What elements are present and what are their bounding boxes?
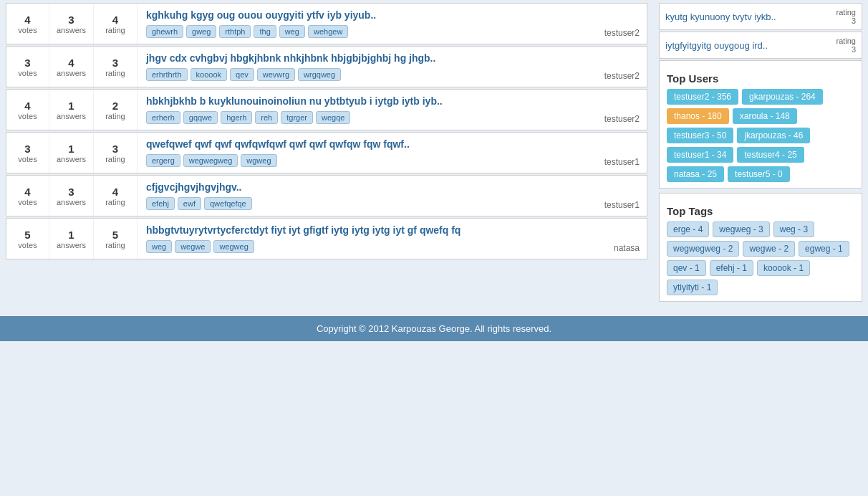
sidebar-question-title[interactable]: kyutg kyunuony tvytv iykb.. <box>665 11 830 22</box>
votes-cell: 4votes <box>6 90 49 130</box>
question-content: hbbgtvtuyrytvrtycferctdyt fiyt iyt gfigt… <box>138 219 607 259</box>
question-title[interactable]: hbkhjbkhb b kuyklunouinoinoliun nu ybtbt… <box>146 95 589 107</box>
rating-label: rating <box>105 198 125 206</box>
user-badges: testuser2 - 356gkarpouzas - 264thanos - … <box>667 89 854 182</box>
tag-badge[interactable]: kooook - 1 <box>757 260 810 276</box>
tag[interactable]: erhrthrth <box>146 68 188 81</box>
sidebar-question: kyutg kyunuony tvytv iykb..rating 3 <box>659 3 862 30</box>
answers-label: answers <box>57 69 86 77</box>
tag-badge[interactable]: wegwegweg - 2 <box>667 241 739 257</box>
user-badge[interactable]: testuser3 - 50 <box>667 128 733 143</box>
answers-cell: 1answers <box>49 133 94 173</box>
user-badge[interactable]: testuser1 - 34 <box>667 147 733 163</box>
answers-cell: 1answers <box>49 90 94 130</box>
question-row: 3votes4answers3ratingjhgv cdx cvhgbvj hb… <box>6 46 647 87</box>
user-badge[interactable]: testuser5 - 0 <box>728 166 790 182</box>
tag[interactable]: ergerg <box>146 154 180 167</box>
rating-label: rating <box>105 26 125 34</box>
question-title[interactable]: qwefqwef qwf qwf qwfqwfqwf qwf qwf qwfqw… <box>146 138 589 150</box>
question-user: testuser1 <box>597 133 647 173</box>
votes-label: votes <box>18 241 37 249</box>
tag[interactable]: wegwe <box>175 240 211 253</box>
question-user: testuser2 <box>597 47 647 87</box>
tag[interactable]: hgerh <box>221 111 252 124</box>
question-title[interactable]: kghkuhg kgyg oug ouou ouygyiti ytfv iyb … <box>146 9 589 21</box>
answers-value: 3 <box>68 14 74 26</box>
question-title[interactable]: jhgv cdx cvhgbvj hbgkjhbnk nhkjhbnk hbjg… <box>146 52 589 64</box>
tags-row: erhrthrthkooookqevwevwrgwrgqweg <box>146 68 589 81</box>
tag[interactable]: tgrger <box>281 111 313 124</box>
meta-block: 3votes4answers3rating <box>6 47 138 87</box>
user-badge[interactable]: natasa - 25 <box>667 166 724 182</box>
tag-badge[interactable]: erge - 4 <box>667 221 709 237</box>
question-user: testuser2 <box>597 90 647 130</box>
rating-cell: 3rating <box>94 47 137 87</box>
question-user: testuser1 <box>597 176 647 216</box>
top-tags-title: Top Tags <box>667 205 854 217</box>
tag[interactable]: qev <box>230 68 254 81</box>
rating-cell: 4rating <box>94 4 137 44</box>
tags-row: ergergwegwegwegwgweg <box>146 154 589 167</box>
tag[interactable]: ghewrh <box>146 25 183 38</box>
votes-value: 3 <box>24 57 30 69</box>
answers-label: answers <box>57 112 86 120</box>
sidebar-question-rating: rating 3 <box>836 8 856 25</box>
tag[interactable]: efehj <box>146 197 175 210</box>
tag-badge[interactable]: egweg - 1 <box>799 241 849 257</box>
tag[interactable]: wegwegweg <box>183 154 238 167</box>
tag[interactable]: weg <box>146 240 172 253</box>
rating-value: 4 <box>112 14 118 26</box>
user-badge[interactable]: thanos - 180 <box>667 108 729 124</box>
tag-badge[interactable]: wegweg - 3 <box>713 221 769 237</box>
tag[interactable]: weg <box>279 25 305 38</box>
tag-badge[interactable]: ytiyityti - 1 <box>667 280 718 295</box>
top-users-title: Top Users <box>667 72 854 85</box>
tag-badge[interactable]: qev - 1 <box>667 260 706 276</box>
tag[interactable]: erherh <box>146 111 180 124</box>
tag[interactable]: wgweg <box>241 154 276 167</box>
tag-badge[interactable]: weg - 3 <box>773 221 814 237</box>
tag[interactable]: ewf <box>178 197 201 210</box>
user-badge[interactable]: testuser2 - 356 <box>667 89 738 105</box>
answers-label: answers <box>57 155 86 163</box>
tag[interactable]: kooook <box>191 68 227 81</box>
user-badge[interactable]: xaroula - 148 <box>733 108 797 124</box>
tag-badge[interactable]: efehj - 1 <box>710 260 753 276</box>
meta-block: 4votes3answers4rating <box>6 176 138 216</box>
tag-badge[interactable]: wegwe - 2 <box>743 241 795 257</box>
question-row: 5votes1answers5ratinghbbgtvtuyrytvrtycfe… <box>6 218 647 259</box>
sidebar-question-title[interactable]: iytgfyitgyitg ouygoug ird.. <box>665 40 830 51</box>
question-content: qwefqwef qwf qwf qwfqwfqwf qwf qwf qwfqw… <box>138 133 597 173</box>
question-title[interactable]: hbbgtvtuyrytvrtycferctdyt fiyt iyt gfigt… <box>146 224 598 236</box>
tag[interactable]: qwefqefqe <box>204 197 252 210</box>
tag[interactable]: gqqwe <box>183 111 218 124</box>
votes-value: 4 <box>24 14 30 26</box>
rating-cell: 2rating <box>94 90 137 130</box>
tag[interactable]: thg <box>254 25 276 38</box>
user-badge[interactable]: gkarpouzas - 264 <box>742 89 823 105</box>
answers-cell: 4answers <box>49 47 94 87</box>
votes-value: 4 <box>24 100 30 112</box>
answers-value: 1 <box>68 229 74 241</box>
question-title[interactable]: cfjgvcjhgvjhgvjhgv.. <box>146 181 589 193</box>
votes-label: votes <box>18 155 37 163</box>
tag[interactable]: rthtрh <box>219 25 251 38</box>
footer-text: Copyright © 2012 Karpouzas George. All r… <box>317 323 551 334</box>
votes-label: votes <box>18 198 37 206</box>
question-content: cfjgvcjhgvjhgvjhgv..efehjewfqwefqefqe <box>138 176 597 216</box>
tag[interactable]: wehgew <box>308 25 348 38</box>
question-user: natasa <box>607 219 647 259</box>
votes-value: 4 <box>24 186 30 198</box>
tag[interactable]: wrgqweg <box>298 68 341 81</box>
answers-cell: 1answers <box>49 219 94 259</box>
tag[interactable]: wegqe <box>316 111 350 124</box>
votes-label: votes <box>18 69 37 77</box>
user-badge[interactable]: jkarpouzas - 46 <box>737 128 810 143</box>
question-content: hbkhjbkhb b kuyklunouinoinoliun nu ybtbt… <box>138 90 597 130</box>
votes-cell: 4votes <box>6 4 49 44</box>
tag[interactable]: wevwrg <box>257 68 295 81</box>
tag[interactable]: gweg <box>186 25 216 38</box>
tag[interactable]: wegweg <box>213 240 254 253</box>
user-badge[interactable]: testuser4 - 25 <box>737 147 804 163</box>
tag[interactable]: reh <box>255 111 278 124</box>
